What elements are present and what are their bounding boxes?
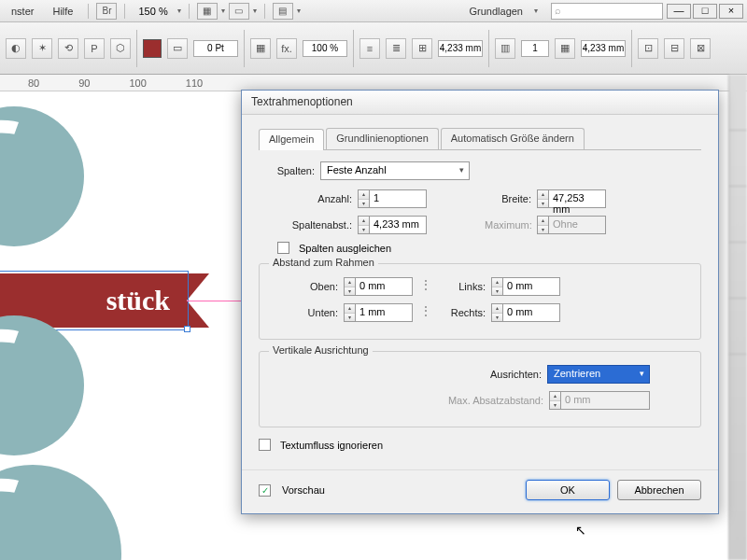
- balance-columns-checkbox[interactable]: [277, 242, 289, 254]
- zoom-level[interactable]: 150 %: [133, 4, 173, 19]
- columns-label: Spalten:: [259, 165, 315, 176]
- menu-help[interactable]: Hilfe: [45, 4, 80, 19]
- group-title: Abstand zum Rahmen: [269, 257, 378, 268]
- align-icon[interactable]: ≡: [359, 38, 380, 59]
- tool-icon[interactable]: ▦: [555, 38, 575, 59]
- window-controls: — □ ×: [667, 4, 743, 19]
- fx-button[interactable]: fx.: [276, 38, 297, 59]
- search-input[interactable]: [551, 3, 663, 20]
- chevron-down-icon[interactable]: ▾: [221, 7, 225, 15]
- artwork-circle: [0, 106, 84, 246]
- panels-dock[interactable]: [728, 75, 747, 560]
- separator: [488, 30, 489, 67]
- bottom-label: Unten:: [273, 307, 338, 318]
- inset-spacing-group: Abstand zum Rahmen Oben: ▴▾0 mm ⋮ Links:…: [259, 263, 701, 340]
- max-paragraph-spacing-input: ▴▾0 mm: [549, 391, 650, 410]
- count-input[interactable]: ▴▾1: [358, 189, 427, 208]
- gap-input[interactable]: [438, 40, 483, 57]
- chevron-down-icon[interactable]: ▾: [534, 7, 538, 15]
- separator: [124, 4, 125, 19]
- scale-input[interactable]: [303, 40, 347, 57]
- bottom-input[interactable]: ▴▾1 mm: [344, 303, 413, 322]
- stroke-icon[interactable]: ▭: [167, 38, 188, 59]
- width-label: Breite:: [485, 193, 531, 204]
- close-button[interactable]: ×: [719, 4, 743, 19]
- tool-icon[interactable]: ⊟: [664, 38, 684, 59]
- text-frame-options-dialog: Textrahmenoptionen Allgemein Grundlinien…: [241, 90, 719, 514]
- separator: [244, 30, 245, 67]
- gutter-input[interactable]: ▴▾4,233 mm: [358, 216, 427, 234]
- minimize-button[interactable]: —: [667, 4, 691, 19]
- link-icon[interactable]: ⋮: [418, 277, 433, 296]
- columns-mode-dropdown[interactable]: Feste Anzahl: [320, 161, 470, 180]
- dialog-tabs: Allgemein Grundlinienoptionen Automatisc…: [259, 128, 701, 150]
- width-input[interactable]: ▴▾47,253 mm: [537, 189, 606, 208]
- chevron-down-icon[interactable]: ▾: [297, 7, 301, 15]
- artwork-circle: [0, 465, 121, 560]
- tab-autosize[interactable]: Automatisch Größe ändern: [441, 128, 585, 149]
- view-options-button[interactable]: ▦: [197, 3, 218, 20]
- bridge-button[interactable]: Br: [96, 3, 117, 20]
- ruler-tick: 80: [28, 77, 39, 89]
- textframe-options-icon[interactable]: ⊞: [412, 38, 432, 59]
- link-icon[interactable]: ⋮: [418, 303, 433, 322]
- align-label: Ausrichten:: [411, 369, 542, 380]
- align-dropdown[interactable]: Zentrieren: [547, 365, 650, 384]
- maximize-button[interactable]: □: [693, 4, 717, 19]
- tool-icon[interactable]: ⬡: [110, 38, 131, 59]
- control-panel: ◐ ✶ ⟲ P ⬡ ▭ ▦ fx. ≡ ≣ ⊞ ▥ ▦ ⊡ ⊟ ⊠: [0, 22, 747, 75]
- ruler-tick: 90: [78, 77, 90, 89]
- max-paragraph-spacing-label: Max. Absatzabstand:: [413, 395, 543, 406]
- balance-columns-label: Spalten ausgleichen: [299, 243, 391, 254]
- type-tool-icon[interactable]: P: [84, 38, 105, 59]
- ruler-tick: 100: [130, 77, 147, 89]
- separator: [136, 30, 137, 67]
- stroke-weight-input[interactable]: [193, 40, 238, 57]
- left-input[interactable]: ▴▾0 mm: [491, 277, 560, 296]
- align-icon[interactable]: ≣: [386, 38, 406, 59]
- tool-icon[interactable]: ◐: [6, 38, 26, 59]
- cancel-button[interactable]: Abbrechen: [617, 480, 701, 500]
- right-input[interactable]: ▴▾0 mm: [491, 303, 560, 322]
- tool-icon[interactable]: ▦: [250, 38, 271, 59]
- separator: [353, 30, 354, 67]
- top-label: Oben:: [273, 281, 338, 292]
- dialog-footer: Vorschau OK Abbrechen: [242, 469, 718, 513]
- menu-window[interactable]: nster: [4, 4, 41, 19]
- dialog-title: Textrahmenoptionen: [242, 91, 718, 115]
- columns-input[interactable]: [521, 40, 549, 57]
- left-label: Links:: [439, 281, 486, 292]
- workspace-switcher[interactable]: Grundlagen: [462, 4, 531, 19]
- artwork-circle: [0, 315, 84, 455]
- right-label: Rechts:: [439, 307, 486, 318]
- tool-icon[interactable]: ✶: [32, 38, 52, 59]
- preview-label: Vorschau: [282, 484, 325, 496]
- search-icon: ⌕: [555, 5, 561, 16]
- separator: [264, 4, 265, 19]
- ok-button[interactable]: OK: [526, 480, 610, 500]
- maximum-input: ▴▾Ohne: [537, 216, 606, 234]
- tool-icon[interactable]: ⊠: [690, 38, 711, 59]
- ruler-tick: 110: [186, 77, 203, 89]
- menubar: nster Hilfe Br 150 % ▾ ▦ ▾ ▭ ▾ ▤ ▾ Grund…: [0, 0, 747, 22]
- preview-checkbox[interactable]: [259, 484, 271, 497]
- maximum-label: Maximum:: [485, 219, 531, 231]
- columns-icon[interactable]: ▥: [495, 38, 515, 59]
- gap2-input[interactable]: [581, 40, 626, 57]
- count-label: Anzahl:: [277, 193, 352, 204]
- ignore-textwrap-checkbox[interactable]: [259, 439, 271, 451]
- fill-color-swatch[interactable]: [143, 39, 162, 58]
- separator: [189, 4, 190, 19]
- chevron-down-icon[interactable]: ▾: [253, 7, 257, 15]
- arrange-button[interactable]: ▤: [273, 3, 293, 20]
- gutter-label: Spaltenabst.:: [277, 219, 352, 231]
- tab-general[interactable]: Allgemein: [259, 129, 324, 150]
- tab-baseline[interactable]: Grundlinienoptionen: [326, 128, 438, 149]
- screen-mode-button[interactable]: ▭: [229, 3, 249, 20]
- chevron-down-icon[interactable]: ▾: [177, 7, 181, 15]
- group-title: Vertikale Ausrichtung: [269, 344, 373, 356]
- tool-icon[interactable]: ⟲: [58, 38, 78, 59]
- tool-icon[interactable]: ⊡: [638, 38, 658, 59]
- separator: [631, 30, 632, 67]
- top-input[interactable]: ▴▾0 mm: [344, 277, 413, 296]
